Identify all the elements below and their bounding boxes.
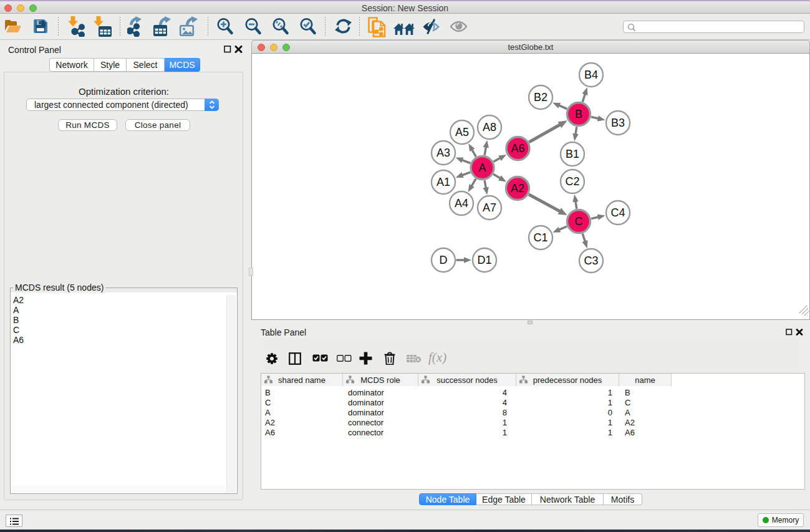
- svg-text:C3: C3: [584, 254, 598, 267]
- svg-text:A3: A3: [436, 147, 450, 159]
- svg-text:B: B: [575, 108, 582, 120]
- svg-text:A: A: [478, 162, 486, 174]
- svg-text:B2: B2: [534, 91, 547, 104]
- svg-text:C4: C4: [610, 206, 625, 219]
- svg-text:C: C: [575, 215, 583, 228]
- svg-text:A1: A1: [436, 176, 450, 188]
- svg-text:A7: A7: [483, 201, 496, 214]
- svg-text:A8: A8: [483, 121, 496, 133]
- svg-text:D1: D1: [477, 254, 491, 266]
- svg-text:C1: C1: [533, 231, 547, 244]
- svg-text:A6: A6: [511, 142, 524, 155]
- svg-text:A4: A4: [455, 197, 468, 210]
- svg-text:D: D: [440, 254, 448, 266]
- svg-text:B1: B1: [566, 148, 579, 160]
- svg-text:C2: C2: [565, 175, 579, 188]
- svg-text:B4: B4: [584, 69, 598, 81]
- svg-text:A2: A2: [511, 182, 524, 195]
- svg-text:B3: B3: [611, 117, 625, 129]
- svg-text:A5: A5: [455, 126, 469, 138]
